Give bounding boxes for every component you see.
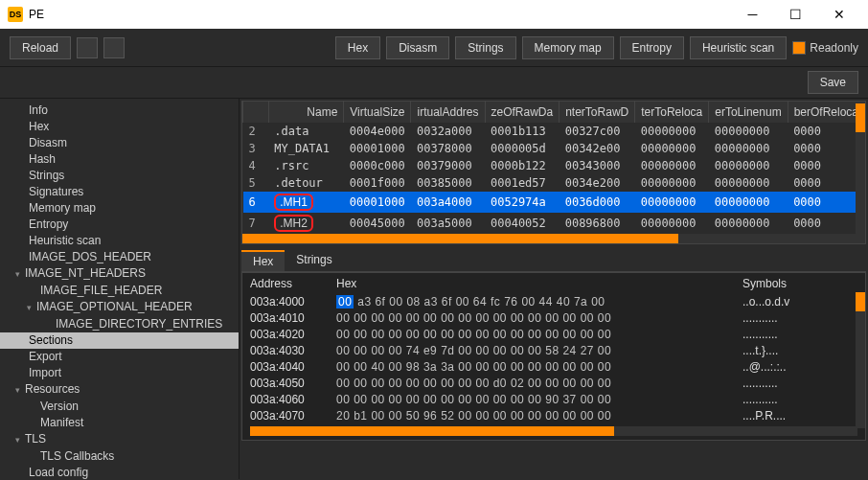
tree-item-sections[interactable]: Sections [0,332,239,349]
section-row[interactable]: 2.data0004e0000032a0000001b11300327c0000… [243,123,865,140]
tree-item-label: TLS [25,432,46,446]
section-row[interactable]: 7.MH200045000003a50000004005200896800000… [243,213,865,234]
hex-row[interactable]: 003a:401000 00 00 00 00 00 00 00 00 00 0… [250,310,857,327]
hex-vscroll[interactable] [856,292,865,428]
toolbar: Reload Hex Disasm Strings Memory map Ent… [0,29,868,67]
entropy-button[interactable]: Entropy [620,36,684,59]
tree-item-label: Strings [29,169,64,182]
tree-item-label: Disasm [29,136,67,149]
cell: 00327c00 [560,123,635,140]
tree-item-resources[interactable]: ▾Resources [0,381,239,399]
cell: 5 [243,174,269,192]
close-button[interactable]: ✕ [817,0,860,29]
cell: 003a5000 [411,213,485,234]
sections-hscroll[interactable] [242,234,865,243]
maximize-button[interactable]: ☐ [774,0,817,29]
hex-row[interactable]: 003a:406000 00 00 00 00 00 00 00 00 00 0… [250,392,857,408]
tree-item-image-file-header[interactable]: IMAGE_FILE_HEADER [0,283,239,299]
readonly-checkbox-icon [792,41,806,55]
section-row[interactable]: 6.MH100001000003a40000052974a0036d000000… [243,192,865,213]
cell: 2 [243,123,269,140]
col-nterToRawD[interactable]: nterToRawD [560,102,635,123]
cell: 00001000 [344,192,411,213]
tree-item-image-dos-header[interactable]: IMAGE_DOS_HEADER [0,249,239,265]
readonly-toggle[interactable]: Readonly [792,41,858,55]
hex-view[interactable]: Address Hex Symbols 003a:400000 a3 6f 00… [241,272,866,441]
cell: 00379000 [411,157,485,174]
cell: .rsrc [268,157,344,174]
minimize-button[interactable]: ─ [731,0,774,29]
save-button[interactable]: Save [808,71,858,94]
cell: 00000000 [635,157,709,174]
col-irtualAddres[interactable]: irtualAddres [411,102,485,123]
savebar: Save [0,67,868,99]
tree-item-entropy[interactable]: Entropy [0,217,239,233]
section-name-highlight: .MH1 [274,194,313,211]
memorymap-button[interactable]: Memory map [522,36,614,59]
tree-item-hex[interactable]: Hex [0,119,239,135]
tree-item-tls-callbacks[interactable]: TLS Callbacks [0,448,239,465]
tree-item-label: Import [29,366,61,379]
tree-item-label: Hash [29,152,56,166]
hex-row[interactable]: 003a:402000 00 00 00 00 00 00 00 00 00 0… [250,327,857,343]
tree-item-import[interactable]: Import [0,365,239,381]
col-terToReloca[interactable]: terToReloca [635,102,709,123]
reload-button[interactable]: Reload [10,36,71,59]
hex-row[interactable]: 003a:405000 00 00 00 00 00 00 00 00 d0 0… [250,376,857,392]
cell: 0032a000 [411,123,485,140]
heuristic-button[interactable]: Heuristic scan [690,36,787,59]
tree-item-version[interactable]: Version [0,399,239,415]
section-row[interactable]: 3MY_DATA100001000003780000000005d00342e0… [243,140,865,157]
col-index[interactable] [243,102,269,123]
sections-vscroll[interactable] [856,102,865,234]
sidebar-tree[interactable]: InfoHexDisasmHashStringsSignaturesMemory… [0,99,240,479]
tree-item-strings[interactable]: Strings [0,168,239,184]
toolbar-square-2[interactable] [103,37,125,58]
tab-hex[interactable]: Hex [241,250,285,271]
tree-item-heuristic-scan[interactable]: Heuristic scan [0,233,239,249]
cell: 00000000 [709,174,788,192]
tree-item-export[interactable]: Export [0,349,239,365]
col-Name[interactable]: Name [268,102,344,123]
app-icon: DS [8,7,23,22]
strings-button[interactable]: Strings [455,36,515,59]
col-berOfReloca[interactable]: berOfReloca [788,102,864,123]
hex-address: 003a:4040 [250,359,336,376]
cell: .MH1 [268,192,344,213]
cell: 0034e200 [560,174,635,192]
sections-table[interactable]: NameVirtualSizeirtualAddreszeOfRawDanter… [242,102,865,234]
hex-byte-selected: 00 [336,295,354,309]
hex-address: 003a:4050 [250,376,336,392]
toolbar-square-1[interactable] [77,37,98,58]
tree-item-image-directory-entries[interactable]: IMAGE_DIRECTORY_ENTRIES [0,316,239,332]
tree-item-image-nt-headers[interactable]: ▾IMAGE_NT_HEADERS [0,265,239,283]
tree-item-manifest[interactable]: Manifest [0,415,239,431]
col-zeOfRawDa[interactable]: zeOfRawDa [485,102,560,123]
tree-item-info[interactable]: Info [0,103,239,119]
hex-row[interactable]: 003a:407020 b1 00 00 50 96 52 00 00 00 0… [250,408,857,424]
cell: 0001ed57 [485,174,560,192]
hex-address: 003a:4060 [250,392,336,408]
hex-row[interactable]: 003a:403000 00 00 00 74 e9 7d 00 00 00 0… [250,343,857,359]
hex-hscroll[interactable] [250,426,857,436]
col-VirtualSize[interactable]: VirtualSize [344,102,411,123]
hex-row[interactable]: 003a:400000 a3 6f 00 08 a3 6f 00 64 fc 7… [250,294,857,310]
tree-item-signatures[interactable]: Signatures [0,184,239,200]
tree-item-image-optional-header[interactable]: ▾IMAGE_OPTIONAL_HEADER [0,299,239,316]
cell: 7 [243,213,269,234]
hex-row[interactable]: 003a:404000 00 40 00 98 3a 3a 00 00 00 0… [250,359,857,376]
tree-item-label: Export [29,350,62,363]
hex-button[interactable]: Hex [335,36,380,59]
disasm-button[interactable]: Disasm [386,36,449,59]
section-row[interactable]: 4.rsrc0000c000003790000000b1220034300000… [243,157,865,174]
hex-col-hex: Hex [336,277,742,290]
col-erToLinenum[interactable]: erToLinenum [709,102,788,123]
tree-item-hash[interactable]: Hash [0,151,239,168]
sections-table-wrap: NameVirtualSizeirtualAddreszeOfRawDanter… [241,101,866,244]
tab-strings[interactable]: Strings [285,250,343,271]
tree-item-load-config[interactable]: Load config [0,465,239,479]
tree-item-tls[interactable]: ▾TLS [0,431,239,448]
tree-item-disasm[interactable]: Disasm [0,135,239,151]
section-row[interactable]: 5.detour0001f000003850000001ed570034e200… [243,174,865,192]
tree-item-memory-map[interactable]: Memory map [0,200,239,217]
